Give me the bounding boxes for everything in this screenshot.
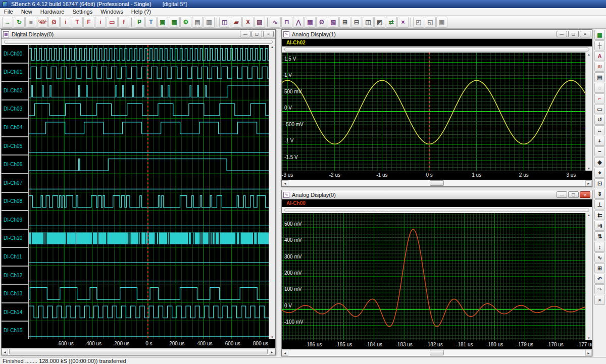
analog0-channel-label[interactable]: AI-Ch00 [286, 200, 306, 206]
trigger-setup-button[interactable]: T [72, 17, 83, 28]
pan-tool-button[interactable]: ⌖ [594, 168, 605, 178]
channel-label-di-ch15[interactable]: DI-Ch15 [2, 322, 28, 339]
scroll-down-icon[interactable]: ▼ [271, 336, 274, 339]
channel-label-di-ch03[interactable]: DI-Ch03 [2, 100, 28, 119]
scroll-left-button[interactable]: ◄ [2, 349, 8, 355]
maximize-button[interactable]: ▢ [251, 31, 262, 37]
arrange-displays-button[interactable]: ⇄ [386, 17, 397, 28]
ellipse-tool-button[interactable]: Ø [316, 17, 327, 28]
undo-button[interactable]: ↶ [594, 274, 605, 284]
collapse-x-button[interactable]: ⇇ [594, 210, 605, 220]
new-analog-display-button[interactable]: ∿ [270, 17, 281, 28]
new-raster-display-button[interactable]: ▦ [305, 17, 316, 28]
channel-label-di-ch07[interactable]: DI-Ch07 [2, 174, 28, 193]
xml-export-button[interactable]: X [242, 17, 254, 28]
start-acquisition-button[interactable]: → [2, 17, 13, 28]
scroll-down-icon[interactable]: ▼ [587, 337, 590, 340]
frequency-setup-button[interactable]: f [118, 17, 129, 28]
channel-label-di-ch14[interactable]: DI-Ch14 [2, 303, 28, 322]
zoom-rect-button[interactable]: ▭ [594, 104, 605, 114]
scroll-thumb[interactable] [9, 349, 268, 354]
channel-label-di-ch12[interactable]: DI-Ch12 [2, 267, 28, 285]
scale-y-button[interactable]: ⇅ [594, 231, 605, 241]
scroll-up-icon[interactable]: ▲ [587, 53, 590, 56]
fit-x-button[interactable]: ↔ [594, 125, 605, 135]
digital-vertical-scrollbar[interactable]: ▲ ▼ [269, 45, 275, 339]
menu-file[interactable]: File [0, 9, 17, 15]
delete-button[interactable]: × [594, 295, 605, 305]
channel-label-di-ch08[interactable]: DI-Ch08 [2, 193, 28, 212]
minimize-button[interactable]: — [240, 31, 250, 37]
scroll-track[interactable] [4, 40, 273, 44]
channel-label-di-ch10[interactable]: DI-Ch10 [2, 230, 28, 248]
baseline-align-button[interactable]: ⊥ [594, 199, 605, 210]
digital-plot-area[interactable] [29, 45, 269, 339]
channel-label-di-ch00[interactable]: DI-Ch00 [2, 45, 28, 64]
close-button[interactable]: × [263, 31, 274, 37]
force-trigger-button[interactable]: FORCE TRIG [37, 17, 48, 28]
band-setup-button[interactable]: i [95, 17, 106, 28]
grid-display-button[interactable]: ▦ [594, 30, 605, 40]
minimize-button[interactable]: — [557, 31, 567, 37]
new-project-button[interactable]: P [134, 17, 145, 28]
save-project-button[interactable]: ▦ [169, 17, 180, 28]
clock-setup-button[interactable]: Ø [48, 17, 60, 28]
menu-new[interactable]: New [17, 9, 36, 15]
scroll-left-button[interactable]: ◄ [282, 350, 288, 356]
export-picture-button[interactable]: ▣ [157, 17, 168, 28]
new-note-display-button[interactable]: ▧ [328, 17, 339, 28]
screenshot-export-button[interactable]: ▰ [231, 17, 242, 28]
report-notes-button[interactable]: ▨ [254, 17, 265, 28]
restart-acquisition-button[interactable]: ↻ [14, 17, 25, 28]
channel-label-di-ch04[interactable]: DI-Ch04 [2, 119, 28, 137]
zoom-in-button[interactable]: + [594, 136, 605, 146]
menu-windows[interactable]: Windows [96, 9, 127, 15]
fft-setup-button[interactable]: F [83, 17, 94, 28]
menu-hardware[interactable]: Hardware [36, 9, 69, 15]
settings-gear-button[interactable]: ⚙ [180, 17, 191, 28]
input-setup-button[interactable]: i [60, 17, 71, 28]
menu-help[interactable]: Help (?) [127, 9, 155, 15]
pan-box-button[interactable]: ⊡ [594, 178, 605, 188]
scroll-track[interactable] [284, 208, 589, 212]
channel-label-di-ch01[interactable]: DI-Ch01 [2, 64, 28, 82]
scroll-right-button[interactable]: ► [585, 180, 592, 186]
digital-horizontal-scrollbar[interactable]: ◄ ► [2, 348, 275, 355]
shift-y-button[interactable]: ↨ [594, 242, 605, 252]
channel-label-di-ch06[interactable]: DI-Ch06 [2, 155, 28, 174]
analog0-window-titlebar[interactable]: ∿ Analog Display(0) — ▢ × [282, 190, 592, 199]
zoom-out-button[interactable]: − [594, 146, 605, 157]
analog1-plot-area[interactable]: 1.5 V1 V500 mV0 V-500 mV-1 V-1.5 V [282, 53, 585, 171]
lasso-select-button[interactable]: ◌ [594, 83, 605, 93]
analog0-channel-bar[interactable]: AI-Ch00 [282, 199, 592, 207]
expand-x-button[interactable]: ⇉ [594, 221, 605, 231]
analog1-top-scrollbar[interactable] [282, 46, 592, 53]
copy-display-button[interactable]: ◫ [219, 17, 230, 28]
maximize-button[interactable]: ▢ [568, 31, 579, 37]
layout-columns-button[interactable]: ◫ [363, 17, 374, 28]
minimize-button[interactable]: — [557, 191, 567, 198]
layout-list-2-button[interactable]: ▥ [204, 17, 215, 28]
scroll-thumb[interactable] [430, 180, 444, 186]
scroll-down-icon[interactable]: ▼ [587, 167, 590, 170]
report-pages-button[interactable]: ▤ [594, 72, 605, 82]
close-button[interactable]: × [580, 191, 590, 198]
analog1-channel-label[interactable]: AI-Ch02 [286, 40, 306, 45]
scroll-thumb[interactable] [430, 350, 444, 355]
layout-cascade-button[interactable]: ◩ [374, 17, 385, 28]
dock-layout-1-button[interactable]: ◰ [413, 17, 424, 28]
channel-label-di-ch09[interactable]: DI-Ch09 [2, 211, 28, 230]
new-digital-display-button[interactable]: ⊓ [281, 17, 292, 28]
scroll-track[interactable] [284, 47, 589, 51]
split-y-button[interactable]: ⇕ [594, 189, 605, 199]
fit-all-button[interactable]: ◈ [594, 157, 605, 167]
zoom-undo-button[interactable]: ↺ [594, 115, 605, 125]
dock-layout-3-button[interactable]: ▣ [436, 17, 447, 28]
redo-button[interactable]: ↷ [594, 284, 605, 294]
layout-list-1-button[interactable]: ▤ [192, 17, 203, 28]
close-button[interactable]: × [580, 31, 590, 37]
channel-label-di-ch13[interactable]: DI-Ch13 [2, 285, 28, 303]
channel-label-di-ch02[interactable]: DI-Ch02 [2, 82, 28, 100]
analog1-window-titlebar[interactable]: ∿ Analog Display(1) — ▢ × [282, 30, 592, 39]
analog0-plot-area[interactable]: 500 mV400 mV300 mV200 mV100 mV0 V-100 mV [282, 213, 585, 340]
